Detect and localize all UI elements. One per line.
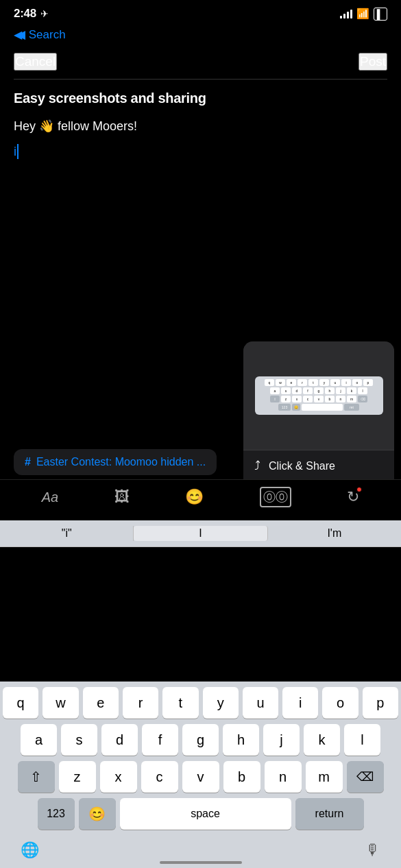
emoji-key[interactable]: 😊 bbox=[79, 798, 116, 830]
key-j[interactable]: j bbox=[263, 724, 300, 756]
key-e[interactable]: e bbox=[83, 687, 119, 719]
num-key[interactable]: 123 bbox=[38, 798, 75, 830]
autocomplete-word-3[interactable]: I'm bbox=[268, 526, 401, 541]
autocomplete-bar: "i" I I'm bbox=[0, 520, 401, 547]
location-icon: ✈ bbox=[40, 8, 49, 19]
key-k[interactable]: k bbox=[304, 724, 340, 756]
status-time: 2:48 bbox=[14, 7, 36, 21]
key-f[interactable]: f bbox=[142, 724, 178, 756]
post-body: Hey 👋 fellow Mooers! bbox=[14, 117, 387, 136]
key-l[interactable]: l bbox=[344, 724, 380, 756]
key-g[interactable]: g bbox=[182, 724, 219, 756]
delete-key[interactable]: ⌫ bbox=[347, 761, 384, 793]
click-share-row[interactable]: ⤴ Click & Share bbox=[243, 450, 394, 481]
media-icon[interactable]: ⓪⓪ bbox=[260, 487, 291, 507]
keyboard: q w e r t y u i o p a s d f g h j k l ⇧ … bbox=[0, 682, 401, 838]
status-bar: 2:48 ✈ 📶 ▌ bbox=[0, 0, 401, 25]
notification-icon[interactable]: ↻ bbox=[347, 488, 359, 506]
hashtag-text: Easter Contest: Moomoo hidden ... bbox=[36, 456, 206, 468]
key-row-3: ⇧ z x c v b n m ⌫ bbox=[3, 761, 398, 793]
nav-search[interactable]: ◀ ◀ Search bbox=[0, 25, 401, 47]
status-icons: 📶 ▌ bbox=[340, 8, 387, 21]
autocomplete-word-1[interactable]: "i" bbox=[0, 526, 134, 541]
cancel-button[interactable]: Cancel bbox=[14, 53, 57, 71]
space-key[interactable]: space bbox=[120, 798, 291, 830]
cursor-line: i bbox=[14, 144, 387, 159]
text-cursor bbox=[17, 144, 19, 159]
popup-screenshot: qwer tyui op asdf ghjk l ⇧ zxcv bnm ⌫ 12… bbox=[243, 341, 394, 450]
key-u[interactable]: u bbox=[243, 687, 278, 719]
return-key[interactable]: return bbox=[295, 798, 364, 830]
action-bar: Cancel Post bbox=[0, 47, 401, 79]
key-y[interactable]: y bbox=[203, 687, 239, 719]
key-p[interactable]: p bbox=[363, 687, 398, 719]
back-link[interactable]: ◀ ◀ Search bbox=[14, 27, 387, 42]
key-x[interactable]: x bbox=[100, 761, 137, 793]
mic-icon[interactable]: 🎙 bbox=[365, 841, 380, 859]
key-d[interactable]: d bbox=[101, 724, 138, 756]
post-area[interactable]: Easy screenshots and sharing Hey 👋 fello… bbox=[0, 80, 401, 166]
key-row-1: q w e r t y u i o p bbox=[3, 687, 398, 719]
share-icon: ⤴ bbox=[254, 459, 260, 473]
hashtag-suggestion[interactable]: # Easter Contest: Moomoo hidden ... bbox=[14, 449, 217, 475]
globe-icon[interactable]: 🌐 bbox=[21, 841, 39, 859]
post-button[interactable]: Post bbox=[359, 53, 387, 71]
cursor-char: i bbox=[14, 145, 16, 159]
key-o[interactable]: o bbox=[322, 687, 358, 719]
key-a[interactable]: a bbox=[21, 724, 57, 756]
click-share-label: Click & Share bbox=[269, 460, 335, 472]
key-row-2: a s d f g h j k l bbox=[3, 724, 398, 756]
notification-dot bbox=[356, 487, 362, 492]
key-row-4: 123 😊 space return bbox=[3, 798, 398, 830]
key-v[interactable]: v bbox=[182, 761, 219, 793]
keyboard-rows: q w e r t y u i o p a s d f g h j k l ⇧ … bbox=[0, 682, 401, 838]
key-t[interactable]: t bbox=[162, 687, 198, 719]
toolbar: Aa 🖼 😊 ⓪⓪ ↻ bbox=[0, 479, 401, 514]
wifi-icon: 📶 bbox=[356, 8, 369, 20]
text-format-icon[interactable]: Aa bbox=[42, 490, 58, 505]
autocomplete-word-2[interactable]: I bbox=[134, 526, 267, 541]
key-m[interactable]: m bbox=[306, 761, 343, 793]
shift-key[interactable]: ⇧ bbox=[18, 761, 55, 793]
key-r[interactable]: r bbox=[123, 687, 158, 719]
key-h[interactable]: h bbox=[223, 724, 259, 756]
image-icon[interactable]: 🖼 bbox=[114, 488, 130, 506]
key-b[interactable]: b bbox=[223, 761, 260, 793]
signal-bars bbox=[340, 9, 352, 19]
key-z[interactable]: z bbox=[59, 761, 96, 793]
back-label: ◀ Search bbox=[16, 27, 66, 42]
key-s[interactable]: s bbox=[61, 724, 97, 756]
hashtag-icon: # bbox=[25, 456, 31, 468]
post-body-text: Hey 👋 fellow Mooers! bbox=[14, 119, 137, 133]
key-w[interactable]: w bbox=[42, 687, 78, 719]
key-c[interactable]: c bbox=[141, 761, 178, 793]
mini-keyboard-preview: qwer tyui op asdf ghjk l ⇧ zxcv bnm ⌫ 12… bbox=[255, 376, 383, 415]
key-q[interactable]: q bbox=[3, 687, 38, 719]
key-i[interactable]: i bbox=[282, 687, 318, 719]
post-title: Easy screenshots and sharing bbox=[14, 91, 387, 106]
key-n[interactable]: n bbox=[265, 761, 302, 793]
emoji-toolbar-icon[interactable]: 😊 bbox=[185, 488, 204, 506]
battery-icon: ▌ bbox=[374, 8, 387, 21]
home-indicator bbox=[160, 861, 242, 864]
